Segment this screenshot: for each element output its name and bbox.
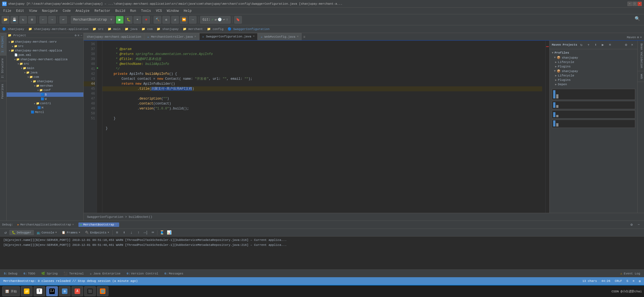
maven-close-btn[interactable]: ×: [629, 42, 635, 48]
menu-refactor[interactable]: Refactor: [92, 9, 113, 13]
step-over-button[interactable]: ⬇: [121, 229, 127, 236]
bread-shanjupay[interactable]: 🔵 shanjupay: [2, 27, 24, 31]
more-tabs-button[interactable]: ≡: [302, 34, 307, 40]
bean-validation-tab[interactable]: Bean Validation: [638, 41, 644, 71]
maven-dependencies[interactable]: ▶ Depen: [550, 82, 637, 87]
bread-merchant-app[interactable]: 📁 shanjupay-merchant-application: [28, 27, 89, 31]
tree-item[interactable]: ▼ 📁 shanjupay-merchant-applica: [7, 57, 83, 62]
open-file-button[interactable]: 📂: [2, 16, 9, 24]
debug-button[interactable]: 🐛: [125, 16, 132, 24]
menu-view[interactable]: View: [27, 9, 39, 13]
favorites-tab[interactable]: Favorites: [0, 81, 6, 101]
build-btn[interactable]: 🔨: [154, 16, 161, 24]
tab-webmvc-config[interactable]: ☕ WebMvcConfig.java ×: [258, 33, 302, 40]
debug-close-active-icon[interactable]: ×: [115, 223, 117, 226]
tree-item[interactable]: ▶ 📁 shanjupay-merchant-serv: [7, 40, 83, 44]
bread-src[interactable]: 📁 src: [92, 27, 103, 31]
tab-merchant-controller[interactable]: ☕ MerchantController.java ×: [144, 33, 199, 40]
tree-item[interactable]: ▼ 📁 shanjupay: [7, 79, 83, 84]
back-button[interactable]: ←: [39, 16, 47, 24]
deploy-btn[interactable]: →: [189, 16, 197, 24]
clean-btn[interactable]: ♻: [162, 16, 170, 24]
menu-file[interactable]: File: [1, 9, 13, 13]
stop-button[interactable]: ■: [142, 16, 150, 24]
taskbar-browser[interactable]: 🌐: [97, 286, 108, 296]
menu-help[interactable]: Help: [181, 9, 194, 13]
taskbar-explorer[interactable]: 📁: [21, 286, 32, 296]
tab-close-icon[interactable]: ×: [253, 35, 255, 38]
start-button[interactable]: 🪟 开始: [2, 286, 20, 296]
maven-settings-btn[interactable]: ⚙: [623, 42, 629, 48]
bottom-tab-debug[interactable]: 5: Debug: [1, 271, 20, 276]
refresh-button[interactable]: ↻: [19, 16, 27, 24]
tree-item[interactable]: ▼ 📁 merchan: [7, 84, 83, 88]
bottom-tab-todo[interactable]: 6: TODO: [21, 271, 38, 276]
debug-settings-icon[interactable]: ⚙: [629, 222, 635, 228]
tree-item[interactable]: ▼ 📁 src: [7, 62, 83, 66]
bookmark-btn[interactable]: 🔖: [234, 16, 242, 24]
tree-item-swagger[interactable]: 🟦 S: [7, 92, 83, 97]
step-out-button[interactable]: ↑: [135, 229, 142, 236]
maven-collapse-all-icon[interactable]: ≡: [607, 42, 613, 48]
bread-com[interactable]: 📁 com: [141, 27, 152, 31]
menu-run[interactable]: Run: [128, 9, 138, 13]
maven-item-shanjupay1[interactable]: ▼ 📦 shanjupay: [550, 55, 637, 60]
debug-close-icon[interactable]: ×: [72, 223, 74, 226]
save-button[interactable]: 💾: [10, 16, 18, 24]
tab-swagger-config[interactable]: ☕ SwaggerConfiguration.java ×: [199, 33, 258, 40]
run-button[interactable]: ▶: [116, 16, 124, 24]
menu-analyze[interactable]: Analyze: [73, 9, 92, 13]
frames-tab[interactable]: 📋 Frames ▼: [59, 230, 82, 235]
bread-swagger-config[interactable]: 🔵 SwaggerConfiguration: [228, 27, 270, 31]
taskbar-idea[interactable]: IJ: [46, 286, 58, 296]
coverage-button[interactable]: ☂: [133, 16, 141, 24]
bread-java[interactable]: 📁 java: [125, 27, 138, 31]
tree-expand-icon[interactable]: ≡: [78, 34, 80, 37]
tree-item-mercl[interactable]: 🟦 Mercl: [7, 110, 83, 114]
structure-tab[interactable]: 2: Structure: [0, 55, 6, 81]
endpoints-tab[interactable]: 🔌 Endpoints ▼: [83, 230, 111, 235]
bottom-tab-spring[interactable]: 🌿 Spring: [39, 271, 61, 276]
bread-shanjupay2[interactable]: 📁 shanjupay: [157, 27, 179, 31]
undo-button[interactable]: ↩: [59, 16, 67, 24]
bread-main[interactable]: 📁 main: [108, 27, 121, 31]
bottom-tab-java-enterprise[interactable]: ☕ Java Enterprise: [87, 271, 123, 276]
debug-tab-merchant-app[interactable]: ▶ MerchantApplicationBootstrap ×: [15, 222, 76, 227]
maven-refresh-icon[interactable]: ↻: [578, 42, 584, 48]
search-button[interactable]: 🔍: [635, 16, 642, 24]
debug-tab-merchant-bootstrap[interactable]: ▶ MerchantBootstrap ×: [78, 222, 119, 227]
menu-window[interactable]: Window: [165, 9, 181, 13]
tree-item[interactable]: ▼ 📁 main: [7, 66, 83, 70]
maximize-button[interactable]: □: [632, 2, 637, 6]
bottom-tab-version-control[interactable]: 0: Version Control: [124, 271, 161, 276]
taskbar-terminal[interactable]: ⬛: [84, 286, 96, 296]
maven-item-shanjupay2[interactable]: ▼ 📦 shanjupay: [550, 69, 637, 73]
evaluate-button[interactable]: ⌨: [149, 229, 156, 236]
tree-item[interactable]: ▼ 📁 conf: [7, 88, 83, 92]
maven-plugins2[interactable]: ▶ Plugins: [550, 78, 637, 82]
taskbar-app3[interactable]: A: [72, 286, 83, 296]
close-button[interactable]: ×: [637, 2, 642, 6]
restart-debug-button[interactable]: ↺: [2, 229, 9, 236]
maven-run-icon[interactable]: ▶: [600, 42, 606, 48]
debugger-tab[interactable]: 🐛 Debugger: [9, 230, 34, 235]
web-tab[interactable]: Web: [638, 71, 644, 82]
reload-btn[interactable]: ↺: [171, 16, 179, 24]
tree-item[interactable]: ▼ 📁 shanjupay-merchant-applica: [7, 48, 83, 53]
heap-button[interactable]: 📊: [166, 229, 172, 236]
tree-item[interactable]: ▶ 📁 src: [7, 44, 83, 48]
taskbar-app2[interactable]: ⚙: [59, 286, 70, 296]
bread-merchant[interactable]: 📁 merchant: [183, 27, 203, 31]
bread-config[interactable]: 📁 config: [207, 27, 223, 31]
tree-item[interactable]: 📄 pom.xml: [7, 53, 83, 57]
debug-minimize-icon[interactable]: −: [636, 222, 642, 228]
forward-button[interactable]: →: [48, 16, 56, 24]
maven-profiles-header[interactable]: ▼ Profiles: [550, 50, 637, 55]
maven-add-icon[interactable]: +: [585, 42, 591, 48]
bottom-tab-terminal[interactable]: ⬛ Terminal: [61, 271, 86, 276]
event-log-button[interactable]: ⚠ Event Log: [618, 271, 643, 276]
tree-settings-icon[interactable]: ⚙: [75, 34, 77, 37]
run-to-cursor-button[interactable]: →|: [142, 229, 149, 236]
rollback-btn[interactable]: ⏪: [180, 16, 188, 24]
maven-lifecycle1[interactable]: ▶ Lifecycle: [550, 60, 637, 64]
